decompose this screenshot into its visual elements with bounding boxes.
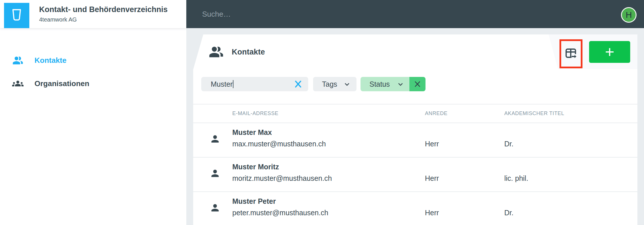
chevron-down-icon	[343, 81, 351, 89]
clear-search-button[interactable]	[294, 80, 302, 88]
app-title: Kontakt- und Behördenverzeichnis	[39, 5, 168, 14]
user-avatar[interactable]: H	[621, 7, 637, 23]
status-dropdown[interactable]: Status	[361, 77, 409, 91]
sidebar-item-label: Kontakte	[34, 56, 66, 65]
tags-label: Tags	[322, 80, 337, 88]
contact-name: Muster Max	[232, 128, 272, 137]
contact-anrede: Herr	[425, 209, 439, 217]
sidebar: Kontakte Organisationen	[0, 28, 186, 225]
highlight-red-box	[559, 39, 582, 68]
topbar: H	[186, 0, 644, 28]
app-logo[interactable]	[4, 3, 29, 28]
tags-dropdown[interactable]: Tags	[313, 77, 356, 91]
cup-logo-icon	[9, 7, 24, 24]
app-subtitle: 4teamwork AG	[39, 16, 77, 23]
person-icon	[210, 168, 221, 180]
contacts-search-input[interactable]: Muster	[201, 77, 308, 91]
clear-status-filter-button[interactable]	[409, 77, 425, 91]
contact-email: peter.muster@musthausen.ch	[232, 209, 328, 217]
contact-titel: Dr.	[504, 140, 513, 148]
add-contact-button[interactable]: +	[589, 41, 630, 63]
search-value: Muster	[211, 80, 233, 88]
filter-bar: Muster Tags Status	[193, 77, 637, 91]
contact-titel: Dr.	[504, 209, 513, 217]
people-icon	[209, 44, 224, 60]
close-x-icon	[413, 80, 421, 88]
global-search-input[interactable]	[202, 0, 590, 28]
page-title: Kontakte	[232, 48, 265, 57]
contact-anrede: Herr	[425, 140, 439, 148]
table-row[interactable]: Muster Peter peter.muster@musthausen.ch …	[193, 191, 637, 225]
person-icon	[210, 133, 221, 146]
plus-icon: +	[605, 42, 614, 61]
contact-email: moritz.muster@musthausen.ch	[232, 174, 332, 183]
contact-name: Muster Peter	[232, 197, 276, 205]
column-header-email: E-MAIL-ADRESSE	[232, 104, 278, 123]
groups-icon	[12, 78, 24, 89]
table-row[interactable]: Muster Max max.muster@musthausen.ch Herr…	[193, 123, 637, 157]
contact-name: Muster Moritz	[232, 163, 279, 171]
person-icon	[210, 202, 221, 214]
sidebar-item-label: Organisationen	[34, 79, 89, 88]
column-header-titel: AKADEMISCHER TITEL	[504, 104, 564, 123]
column-header-anrede: ANREDE	[425, 104, 448, 123]
table-body: Muster Max max.muster@musthausen.ch Herr…	[193, 123, 637, 225]
contact-anrede: Herr	[425, 174, 439, 183]
contact-email: max.muster@musthausen.ch	[232, 140, 326, 148]
table-row[interactable]: Muster Moritz moritz.muster@musthausen.c…	[193, 157, 637, 191]
people-icon	[12, 55, 24, 66]
chevron-down-icon	[397, 81, 404, 89]
app-header: Kontakt- und Behördenverzeichnis 4teamwo…	[0, 0, 644, 28]
clear-x-icon	[294, 80, 302, 88]
sidebar-item-organisationen[interactable]: Organisationen	[0, 75, 186, 92]
table-header-row: E-MAIL-ADRESSE ANREDE AKADEMISCHER TITEL	[193, 104, 637, 123]
table-export-icon	[564, 46, 578, 61]
table-export-button[interactable]	[561, 41, 581, 67]
contacts-card: Kontakte + Muster	[193, 34, 637, 225]
sidebar-item-kontakte[interactable]: Kontakte	[0, 51, 186, 69]
text-caret	[233, 80, 233, 88]
status-label: Status	[369, 80, 390, 88]
contact-titel: lic. phil.	[504, 174, 528, 183]
app-brand: Kontakt- und Behördenverzeichnis 4teamwo…	[0, 0, 186, 28]
